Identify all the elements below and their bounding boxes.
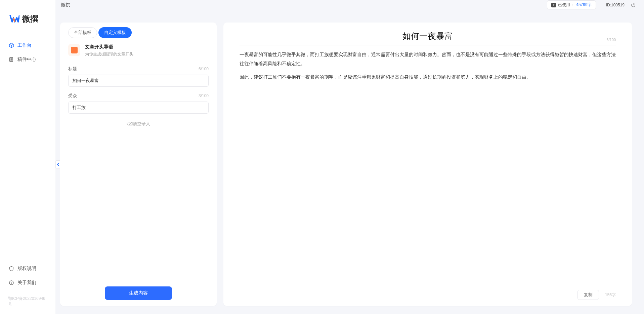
- output-body: 一夜暴富的可能性几乎微乎其微，而打工族想要实现财富自由，通常需要付出大量的时间和…: [240, 50, 616, 286]
- nav-label: 关于我们: [17, 280, 36, 286]
- template-tabs: 全部模板 自定义模板: [68, 27, 209, 38]
- app-name: 微撰: [22, 13, 38, 24]
- template-panel: 全部模板 自定义模板 文章开头导语 为你生成抓眼球的文章开头 标题 6/100: [60, 23, 217, 306]
- title-input[interactable]: [68, 75, 209, 87]
- collapse-handle[interactable]: [55, 160, 60, 168]
- user-id: ID:100519: [606, 3, 625, 7]
- tab-custom-template[interactable]: 自定义模板: [98, 27, 132, 38]
- nav-workbench[interactable]: 工作台: [3, 39, 52, 52]
- template-header: 文章开头导语 为你生成抓眼球的文章开头: [68, 44, 209, 57]
- cube-icon: [9, 43, 14, 48]
- nav-about[interactable]: 关于我们: [3, 276, 52, 289]
- power-icon[interactable]: [631, 2, 636, 8]
- template-icon: [68, 44, 80, 56]
- nav-label: 工作台: [17, 42, 32, 48]
- generate-button[interactable]: 生成内容: [105, 286, 172, 300]
- field-label: 受众: [68, 93, 77, 99]
- nav-drafts[interactable]: 稿件中心: [3, 53, 52, 66]
- sidebar-bottom: 版权说明 关于我们: [0, 262, 55, 294]
- usage-badge[interactable]: T 已使用： 45799字: [547, 0, 596, 9]
- output-paragraph: 因此，建议打工族们不要抱有一夜暴富的期望，而是应该注重积累财富和提高自身技能，通…: [240, 73, 616, 82]
- field-label: 标题: [68, 66, 77, 72]
- usage-value: 45799字: [576, 2, 591, 8]
- logo-icon: [9, 14, 19, 24]
- text-count-icon: T: [551, 3, 556, 7]
- tab-all-templates[interactable]: 全部模板: [68, 27, 97, 38]
- shield-icon: [9, 266, 14, 271]
- field-title: 标题 6/100: [68, 66, 209, 87]
- template-name: 文章开头导语: [85, 44, 133, 50]
- sidebar: 微撰 工作台 稿件中心 版权说明: [0, 0, 55, 314]
- usage-label: 已使用：: [558, 2, 574, 8]
- header-title: 微撰: [61, 2, 70, 8]
- nav: 工作台 稿件中心: [0, 39, 55, 262]
- template-desc: 为你生成抓眼球的文章开头: [85, 51, 133, 57]
- output-title: 如何一夜暴富: [402, 31, 453, 42]
- doc-icon: [9, 57, 14, 62]
- copy-button[interactable]: 复制: [577, 290, 599, 300]
- output-title-counter: 6/100: [606, 38, 616, 42]
- nav-label: 版权说明: [17, 266, 36, 272]
- field-counter: 6/100: [199, 67, 209, 71]
- char-count: 156字: [605, 292, 616, 298]
- output-panel: 如何一夜暴富 6/100 一夜暴富的可能性几乎微乎其微，而打工族想要实现财富自由…: [223, 23, 632, 306]
- nav-copyright[interactable]: 版权说明: [3, 262, 52, 275]
- field-counter: 3/100: [199, 93, 209, 98]
- icp-text: 鄂ICP备2022016946号: [0, 294, 55, 309]
- nav-label: 稿件中心: [17, 56, 36, 63]
- field-audience: 受众 3/100: [68, 93, 209, 114]
- audience-input[interactable]: [68, 102, 209, 114]
- output-paragraph: 一夜暴富的可能性几乎微乎其微，而打工族想要实现财富自由，通常需要付出大量的时间和…: [240, 50, 616, 68]
- clear-input-link[interactable]: ⌫清空录入: [68, 121, 209, 127]
- info-icon: [9, 280, 14, 285]
- app-logo: 微撰: [9, 13, 55, 24]
- header: 微撰 T 已使用： 45799字 ID:100519: [55, 0, 644, 10]
